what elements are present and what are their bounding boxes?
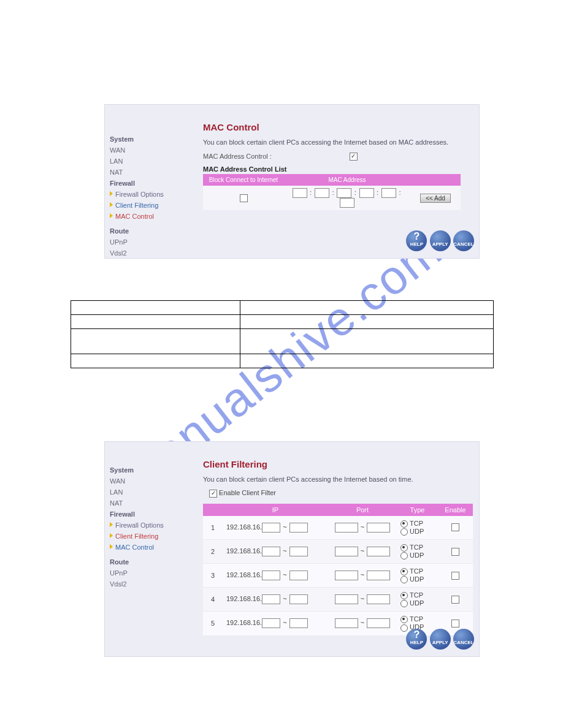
ip-from-input[interactable]	[262, 523, 280, 533]
nav-nat[interactable]: NAT	[110, 167, 190, 177]
mac-enable-label: MAC Address Control :	[203, 153, 272, 160]
nav-mac-control[interactable]: MAC Control	[110, 211, 190, 221]
content-mac: MAC Control You can block certain client…	[203, 116, 473, 210]
sidebar-nav: System WAN LAN NAT Firewall Firewall Opt…	[110, 465, 190, 590]
action-buttons: ?HELP APPLY CANCEL	[405, 629, 474, 651]
cf-desc: You can block certain client PCs accessi…	[203, 476, 473, 483]
udp-label: UDP	[410, 599, 424, 607]
nav-firewall-options[interactable]: Firewall Options	[110, 520, 190, 530]
help-button[interactable]: ?HELP	[406, 629, 427, 650]
nav-mac-control-label: MAC Control	[115, 544, 154, 551]
mac-octet-input[interactable]	[381, 188, 396, 198]
cancel-button[interactable]: CANCEL	[453, 629, 474, 650]
udp-label: UDP	[410, 575, 424, 583]
cf-row-index: 3	[203, 563, 223, 587]
cf-row: 1 192.168.16.~ ~ TCP UDP	[203, 516, 473, 540]
ip-from-input[interactable]	[262, 594, 280, 604]
tcp-label: TCP	[410, 591, 423, 599]
mac-add-button[interactable]: << Add	[420, 194, 451, 203]
apply-label: APPLY	[432, 241, 448, 247]
mac-enable-checkbox[interactable]	[350, 153, 358, 161]
tcp-radio[interactable]	[400, 520, 408, 528]
ip-to-input[interactable]	[289, 618, 308, 628]
ip-to-input[interactable]	[289, 571, 308, 580]
mac-row-block-checkbox[interactable]	[240, 194, 248, 202]
mac-list-title: MAC Address Control List	[203, 165, 473, 173]
nav-vdsl2[interactable]: Vdsl2	[110, 248, 190, 258]
apply-button[interactable]: APPLY	[430, 629, 451, 650]
port-from-input[interactable]	[335, 523, 358, 533]
nav-vdsl2[interactable]: Vdsl2	[110, 579, 190, 589]
udp-label: UDP	[410, 552, 424, 559]
cf-row: 3 192.168.16.~ ~ TCP UDP	[203, 563, 473, 587]
row-enable-checkbox[interactable]	[451, 548, 459, 556]
ip-from-input[interactable]	[262, 618, 280, 628]
chevron-right-icon	[110, 191, 113, 196]
port-to-input[interactable]	[367, 571, 390, 580]
row-enable-checkbox[interactable]	[451, 596, 459, 604]
port-to-input[interactable]	[367, 594, 390, 604]
port-to-input[interactable]	[367, 523, 390, 533]
ip-from-input[interactable]	[262, 571, 280, 580]
chevron-right-icon	[110, 533, 113, 538]
nav-system[interactable]: System	[110, 465, 190, 475]
enable-client-filter-checkbox[interactable]	[209, 490, 217, 498]
nav-lan[interactable]: LAN	[110, 156, 190, 166]
apply-button[interactable]: APPLY	[430, 230, 451, 251]
udp-radio[interactable]	[400, 552, 408, 559]
ip-to-input[interactable]	[289, 547, 308, 556]
row-enable-checkbox[interactable]	[451, 620, 459, 628]
content-cf: Client Filtering You can block certain c…	[203, 453, 473, 636]
tcp-radio[interactable]	[400, 616, 408, 623]
nav-nat[interactable]: NAT	[110, 498, 190, 508]
nav-firewall-options[interactable]: Firewall Options	[110, 189, 190, 199]
udp-radio[interactable]	[400, 600, 408, 607]
ip-to-input[interactable]	[289, 523, 308, 533]
mac-octet-input[interactable]	[340, 198, 354, 208]
port-from-input[interactable]	[335, 547, 358, 556]
nav-client-filtering-label: Client Filtering	[115, 202, 158, 209]
tcp-radio[interactable]	[400, 592, 408, 599]
tcp-radio[interactable]	[400, 568, 408, 575]
nav-firewall-options-label: Firewall Options	[115, 191, 164, 198]
nav-system[interactable]: System	[110, 134, 190, 144]
port-to-input[interactable]	[367, 547, 390, 556]
port-from-input[interactable]	[335, 618, 358, 628]
mac-octet-input[interactable]	[337, 188, 351, 198]
cf-row-index: 4	[203, 588, 223, 612]
action-buttons: ?HELP APPLY CANCEL	[405, 230, 474, 253]
nav-upnp[interactable]: UPnP	[110, 568, 190, 578]
ip-from-input[interactable]	[262, 547, 280, 556]
udp-radio[interactable]	[400, 576, 408, 583]
screenshot-mac-control: System WAN LAN NAT Firewall Firewall Opt…	[104, 104, 480, 259]
port-to-input[interactable]	[367, 618, 390, 628]
nav-mac-control[interactable]: MAC Control	[110, 542, 190, 552]
tcp-label: TCP	[410, 544, 423, 551]
nav-lan[interactable]: LAN	[110, 487, 190, 497]
cf-row: 4 192.168.16.~ ~ TCP UDP	[203, 588, 473, 612]
nav-client-filtering[interactable]: Client Filtering	[110, 531, 190, 541]
mac-octet-input[interactable]	[359, 188, 374, 198]
row-enable-checkbox[interactable]	[451, 572, 459, 580]
mac-octet-input[interactable]	[315, 188, 329, 198]
port-from-input[interactable]	[335, 571, 358, 580]
nav-route[interactable]: Route	[110, 557, 190, 567]
nav-wan[interactable]: WAN	[110, 476, 190, 486]
port-from-input[interactable]	[335, 594, 358, 604]
cf-col-port: Port	[328, 504, 397, 516]
help-button[interactable]: ?HELP	[406, 230, 427, 251]
mac-octet-input[interactable]	[293, 188, 307, 198]
nav-firewall[interactable]: Firewall	[110, 509, 190, 519]
tcp-radio[interactable]	[400, 544, 408, 552]
ip-to-input[interactable]	[289, 594, 308, 604]
nav-route[interactable]: Route	[110, 226, 190, 236]
row-enable-checkbox[interactable]	[451, 523, 459, 531]
nav-upnp[interactable]: UPnP	[110, 237, 190, 247]
udp-radio[interactable]	[400, 528, 408, 536]
cf-col-enable: Enable	[438, 504, 473, 516]
nav-client-filtering[interactable]: Client Filtering	[110, 200, 190, 210]
nav-wan[interactable]: WAN	[110, 145, 190, 155]
nav-firewall[interactable]: Firewall	[110, 178, 190, 188]
cancel-button[interactable]: CANCEL	[453, 230, 474, 251]
udp-label: UDP	[410, 528, 424, 535]
